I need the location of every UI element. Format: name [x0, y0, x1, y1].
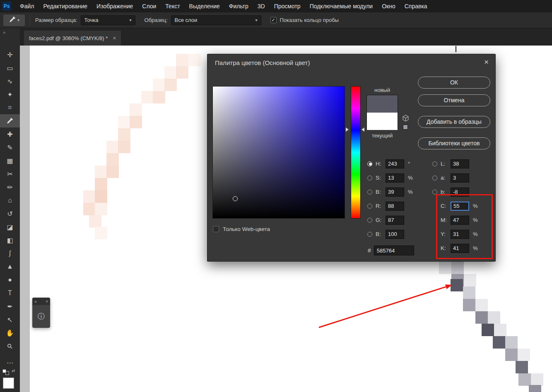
- web-only-checkbox[interactable]: [213, 226, 219, 232]
- direct-selection-tool[interactable]: ↖: [0, 313, 20, 326]
- pen-tool[interactable]: ✒: [0, 300, 20, 313]
- cyan-input[interactable]: [451, 202, 469, 211]
- crop-tool-icon: ⌗: [8, 104, 12, 111]
- web-gamut-cube-icon[interactable]: [402, 115, 409, 123]
- saturation-brightness-field[interactable]: [212, 86, 345, 219]
- show-ring-checkbox[interactable]: [270, 17, 277, 23]
- red-radio[interactable]: [367, 204, 372, 209]
- lab-b-radio[interactable]: [432, 190, 437, 195]
- red-label: R:: [376, 203, 386, 209]
- sample-size-select[interactable]: Точка ▾: [81, 15, 135, 25]
- menu-item-11[interactable]: Справка: [400, 0, 432, 12]
- zoom-tool[interactable]: ⚲: [0, 339, 20, 353]
- edit-toolbar-button[interactable]: ⋯: [0, 356, 20, 369]
- foreground-mini-swatch: [2, 369, 6, 373]
- field-row-magenta: M:%: [432, 215, 478, 225]
- quick-selection-tool[interactable]: ✦: [0, 88, 20, 101]
- black-input[interactable]: [451, 244, 469, 253]
- menu-item-1[interactable]: Редактирование: [39, 0, 92, 12]
- dodge-tool[interactable]: ▲: [0, 260, 20, 273]
- hex-input[interactable]: [374, 245, 414, 255]
- menu-item-10[interactable]: Окно: [377, 0, 400, 12]
- history-brush-tool[interactable]: ↺: [0, 207, 20, 220]
- menu-item-3[interactable]: Слои: [137, 0, 161, 12]
- color-field-marker[interactable]: [233, 196, 238, 201]
- gradient-tool[interactable]: ◧: [0, 233, 20, 247]
- clone-stamp-tool[interactable]: ⌂: [0, 194, 20, 207]
- eraser-tool[interactable]: ◪: [0, 220, 20, 233]
- lab-a-input[interactable]: [451, 173, 469, 183]
- menu-item-6[interactable]: Фильтр: [224, 0, 253, 12]
- magenta-input[interactable]: [451, 216, 469, 225]
- lab-b-input[interactable]: [451, 188, 469, 197]
- dialog-title: Палитра цветов (Основной цвет): [215, 59, 310, 66]
- red-input[interactable]: [386, 202, 404, 211]
- tab-close-icon[interactable]: ×: [113, 35, 116, 41]
- menu-item-7[interactable]: 3D: [253, 0, 270, 12]
- hue-slider-marker-right[interactable]: [362, 127, 364, 132]
- type-tool[interactable]: T: [0, 286, 20, 300]
- lasso-tool[interactable]: ∿: [0, 75, 20, 88]
- color-swatches: ⇄: [0, 368, 20, 392]
- toolbar-collapse-icon[interactable]: »: [0, 28, 20, 36]
- hsb-rgb-fields: H:°S:%B:%R:G:B:: [367, 159, 413, 243]
- sample-size-value: Точка: [84, 17, 99, 23]
- brightness-radio[interactable]: [367, 190, 372, 195]
- blur-tool[interactable]: ●: [0, 273, 20, 286]
- hue-input[interactable]: [386, 159, 404, 168]
- magenta-label: M:: [441, 217, 451, 223]
- spot-healing-brush-tool[interactable]: ✚: [0, 127, 20, 141]
- blue-input[interactable]: [386, 230, 404, 239]
- lab-a-radio[interactable]: [432, 176, 437, 180]
- current-color-swatch[interactable]: [367, 113, 398, 130]
- saturation-input[interactable]: [386, 173, 404, 183]
- gradient-tool-icon: ◧: [7, 236, 13, 244]
- smudge-tool[interactable]: ∫: [0, 247, 20, 260]
- cancel-button[interactable]: Отмена: [418, 94, 490, 106]
- color-libraries-button[interactable]: Библиотеки цветов: [418, 137, 490, 149]
- saturation-radio[interactable]: [367, 176, 372, 180]
- lab-l-radio[interactable]: [432, 161, 437, 166]
- hand-tool[interactable]: ✋: [0, 326, 20, 339]
- move-tool[interactable]: ✛: [0, 48, 20, 61]
- green-input[interactable]: [386, 216, 404, 225]
- lab-l-input[interactable]: [451, 159, 469, 168]
- nearest-web-color-swatch[interactable]: [403, 125, 408, 130]
- yellow-input[interactable]: [451, 230, 469, 239]
- add-to-swatches-button[interactable]: Добавить в образцы: [418, 116, 490, 128]
- foreground-color-swatch[interactable]: [3, 378, 14, 389]
- info-icon[interactable]: ⓘ: [32, 305, 50, 328]
- menu-item-5[interactable]: Выделение: [185, 0, 224, 12]
- sample-select[interactable]: Все слои ▾: [171, 15, 261, 25]
- pattern-stamp-tool-icon: ▦: [7, 157, 13, 165]
- panel-close-icon[interactable]: ×: [46, 299, 48, 304]
- menu-item-4[interactable]: Текст: [161, 0, 184, 12]
- menu-item-8[interactable]: Просмотр: [270, 0, 305, 12]
- smudge-tool-icon: ∫: [9, 250, 11, 257]
- pencil-tool[interactable]: ✏: [0, 180, 20, 194]
- brightness-input[interactable]: [386, 188, 404, 197]
- field-row-hue: H:°: [367, 159, 413, 168]
- ok-button[interactable]: ОК: [418, 77, 490, 89]
- document-tab[interactable]: faces2.pdf @ 3060% (CMYK/8) * ×: [24, 31, 121, 46]
- blue-radio[interactable]: [367, 232, 372, 237]
- hue-slider[interactable]: [351, 86, 361, 219]
- panel-collapse-icon[interactable]: »: [34, 299, 37, 304]
- eyedropper-preset-button[interactable]: ▾: [3, 14, 25, 26]
- tab-bar: faces2.pdf @ 3060% (CMYK/8) * ×: [20, 28, 552, 46]
- eyedropper-tool[interactable]: [0, 114, 20, 127]
- default-colors-icon[interactable]: [2, 369, 9, 375]
- hue-slider-marker-left[interactable]: [346, 127, 349, 132]
- rectangular-marquee-tool[interactable]: ▭: [0, 61, 20, 75]
- dialog-close-icon[interactable]: ×: [484, 58, 489, 67]
- green-radio[interactable]: [367, 218, 372, 223]
- pattern-stamp-tool[interactable]: ▦: [0, 154, 20, 167]
- crop-tool[interactable]: ⌗: [0, 101, 20, 114]
- menu-item-0[interactable]: Файл: [15, 0, 39, 12]
- menu-item-2[interactable]: Изображение: [92, 0, 137, 12]
- menu-item-9[interactable]: Подключаемые модули: [305, 0, 378, 12]
- hue-radio[interactable]: [367, 161, 372, 166]
- brush-tool[interactable]: ✎: [0, 141, 20, 154]
- scissors-tool[interactable]: ✂: [0, 167, 20, 180]
- swap-colors-icon[interactable]: ⇄: [12, 368, 15, 373]
